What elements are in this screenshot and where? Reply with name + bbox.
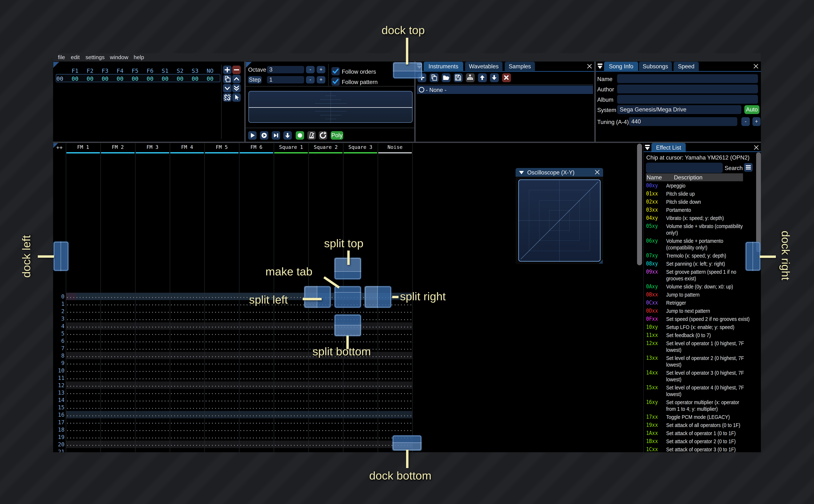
splitter-instruments-songinfo[interactable]: [594, 62, 596, 142]
effect-row[interactable]: 0FxxSet speed (speed 2 if no grooves exi…: [644, 315, 761, 323]
effect-row[interactable]: 14xxSet level of operator 3 (0 highest, …: [644, 369, 761, 383]
effect-row[interactable]: 00xyArpeggio: [644, 181, 761, 190]
tuning-input[interactable]: 440: [629, 117, 737, 126]
effect-row[interactable]: 12xxSet level of operator 1 (0 highest, …: [644, 339, 761, 354]
effect-row[interactable]: 03xxPortamento: [644, 206, 761, 214]
effect-row[interactable]: 11xxSet feedback (0 to 7): [644, 331, 761, 339]
tab-samples[interactable]: Samples: [505, 62, 535, 71]
orders-column-header[interactable]: S3: [188, 67, 202, 74]
orders-move-up-button[interactable]: [232, 75, 241, 83]
effect-row[interactable]: 08xySet panning (x: left; y: right): [644, 260, 761, 268]
collapse-arrow-icon[interactable]: [518, 169, 525, 176]
effect-row[interactable]: 06xyVolume slide + portamento (compatibi…: [644, 237, 761, 251]
orders-remove-button[interactable]: [232, 66, 241, 74]
author-input[interactable]: [617, 85, 758, 93]
instrument-list-selected-row[interactable]: - None -: [417, 85, 593, 94]
effect-row[interactable]: 19xxSet attack of all operators (0 to 1F…: [644, 421, 761, 429]
album-input[interactable]: [617, 95, 758, 104]
instruments-close-icon[interactable]: [587, 64, 592, 69]
effect-row[interactable]: 07xyTremolo (x: speed; y: depth): [644, 251, 761, 260]
channel-header-noise[interactable]: Noise: [378, 144, 413, 152]
channel-empty-cells[interactable]: [378, 293, 413, 452]
instrument-move-down-button[interactable]: [490, 73, 499, 82]
menu-settings[interactable]: settings: [85, 53, 104, 62]
follow-orders-checkbox[interactable]: [331, 67, 340, 75]
effect-row[interactable]: 10xySetup LFO (x: enable; y: speed): [644, 323, 761, 331]
dock-indicator-left[interactable]: [53, 241, 69, 271]
instrument-move-up-button[interactable]: [478, 73, 487, 82]
effectlist-scrollbar[interactable]: [756, 152, 761, 252]
octave-input[interactable]: 3: [267, 66, 304, 73]
effect-row[interactable]: 0BxxJump to pattern: [644, 291, 761, 299]
instrument-delete-button[interactable]: [502, 73, 511, 82]
orders-column-header[interactable]: S1: [158, 67, 172, 74]
record-button[interactable]: [296, 131, 304, 140]
instrument-open-button[interactable]: [442, 73, 451, 82]
effect-row[interactable]: 02xxPitch slide down: [644, 198, 761, 206]
channel-empty-cells[interactable]: [135, 293, 170, 452]
channel-header-square2[interactable]: Square 2: [308, 144, 343, 152]
play-pattern-button[interactable]: [260, 131, 268, 140]
orders-cell[interactable]: 00: [68, 75, 82, 82]
resize-grip-icon[interactable]: [599, 260, 603, 264]
step-play-button[interactable]: [272, 131, 280, 140]
orders-column-header[interactable]: S2: [173, 67, 187, 74]
channel-header-square1[interactable]: Square 1: [274, 144, 308, 152]
step-button[interactable]: Step: [248, 76, 262, 83]
effectlist-close-icon[interactable]: [754, 145, 759, 150]
tab-wavetables[interactable]: Wavetables: [465, 62, 503, 71]
poly-button[interactable]: Poly: [331, 131, 343, 140]
menu-file[interactable]: file: [58, 53, 65, 62]
tab-subsongs[interactable]: Subsongs: [639, 62, 672, 71]
stop-button[interactable]: [283, 131, 292, 140]
orders-column-header[interactable]: F5: [128, 67, 142, 74]
effect-row[interactable]: 09xxSet groove pattern (speed 1 if no gr…: [644, 268, 761, 282]
orders-column-header[interactable]: F4: [113, 67, 127, 74]
orders-cell[interactable]: 00: [203, 75, 217, 82]
splitter-orders-playctl[interactable]: [244, 62, 246, 142]
oscilloscope-titlebar[interactable]: Oscilloscope (X-Y): [516, 168, 603, 177]
step-input[interactable]: 1: [267, 76, 304, 83]
channel-header-fm2[interactable]: FM 2: [100, 144, 135, 152]
metronome-button[interactable]: [307, 131, 316, 140]
orders-cell[interactable]: 00: [113, 75, 127, 82]
follow-pattern-checkbox[interactable]: [331, 77, 340, 86]
repeat-button[interactable]: [319, 131, 327, 140]
dock-indicator-top[interactable]: [393, 62, 422, 79]
effect-row[interactable]: 13xxSet level of operator 2 (0 highest, …: [644, 354, 761, 369]
name-input[interactable]: [617, 74, 758, 83]
channel-empty-cells[interactable]: [66, 293, 100, 452]
effect-row[interactable]: 1CxxSet attack of operator 3 (0 to 1F): [644, 445, 761, 452]
oscilloscope-close-icon[interactable]: [595, 170, 600, 175]
effect-row[interactable]: 0CxxRetrigger: [644, 299, 761, 307]
orders-cell[interactable]: 00: [173, 75, 187, 82]
channel-header-fm6[interactable]: FM 6: [239, 144, 274, 152]
dock-indicator-split-right[interactable]: [364, 286, 391, 308]
channel-header-fm3[interactable]: FM 3: [135, 144, 170, 152]
auto-button[interactable]: Auto: [744, 105, 759, 114]
tab-song-info[interactable]: Song Info: [604, 62, 638, 71]
effect-row[interactable]: 17xxToggle PCM mode (LEGACY): [644, 413, 761, 421]
orders-column-header[interactable]: F2: [83, 67, 97, 74]
tuning-plus-button[interactable]: +: [752, 117, 761, 126]
effect-list-menu-button[interactable]: [744, 163, 753, 172]
dock-indicator-right[interactable]: [745, 242, 761, 271]
pattern-add-channel-button[interactable]: ++: [56, 144, 63, 151]
dock-indicator-split-bottom[interactable]: [334, 314, 361, 336]
menu-window[interactable]: window: [110, 53, 128, 62]
effect-search-input[interactable]: [646, 163, 723, 173]
effect-table-header[interactable]: Name Description: [646, 173, 743, 181]
step-plus-button[interactable]: +: [317, 76, 325, 83]
channel-header-fm4[interactable]: FM 4: [170, 144, 204, 152]
channel-header-fm5[interactable]: FM 5: [204, 144, 239, 152]
orders-add-button[interactable]: [223, 66, 231, 74]
effect-row[interactable]: 04xyVibrato (x: speed; y: depth): [644, 214, 761, 222]
splitter-top-bottom[interactable]: [53, 142, 761, 143]
play-button[interactable]: [248, 131, 256, 140]
orders-move-to-end-button[interactable]: [232, 84, 241, 92]
tab-instruments[interactable]: Instruments: [424, 62, 463, 71]
system-input[interactable]: Sega Genesis/Mega Drive: [617, 105, 741, 114]
orders-unlink-button[interactable]: [223, 93, 231, 102]
effect-row[interactable]: 16xySet operator multiplier (x: operator…: [644, 398, 761, 413]
orders-column-header[interactable]: NO: [203, 67, 217, 74]
